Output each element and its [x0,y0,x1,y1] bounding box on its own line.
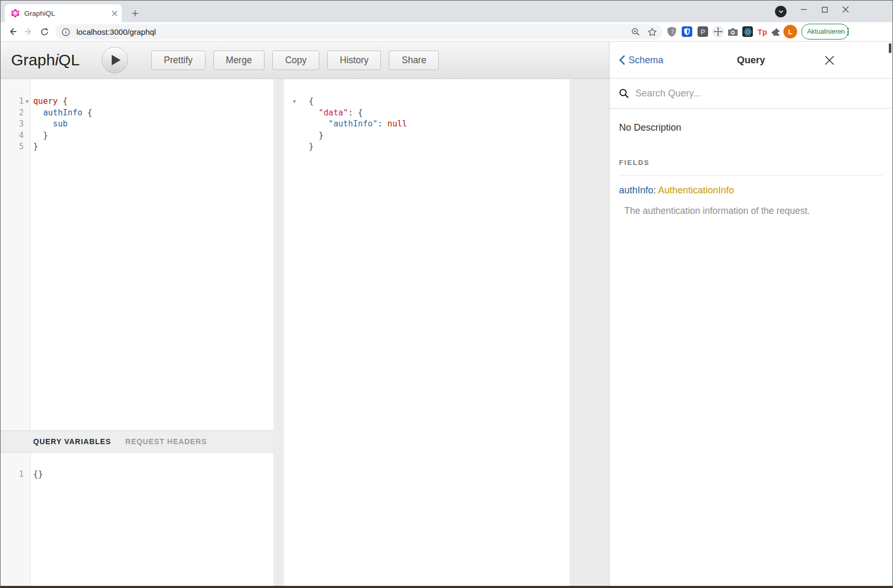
docs-body: No Description FIELDS authInfo: Authenti… [610,122,892,217]
tab-search-button[interactable] [775,6,787,17]
extension-p-icon[interactable]: P [695,24,710,39]
tab-close-icon[interactable] [112,11,117,16]
window-minimize-button[interactable] [792,1,815,18]
code-line: } [284,141,570,153]
docs-no-description: No Description [619,122,883,133]
tab-title: GraphiQL [24,9,112,17]
back-icon[interactable] [5,24,21,40]
line-number: 3 [1,119,24,130]
chrome-update-label: Aktualisieren [807,28,845,35]
new-tab-button[interactable] [129,7,141,19]
tab-query-variables[interactable]: QUERY VARIABLES [33,437,111,446]
code-line: } [284,130,570,142]
docs-resize-gap [570,79,609,586]
extension-camera-icon[interactable] [725,24,740,39]
docs-close-icon[interactable] [823,54,836,66]
code-line: ▾{ [284,96,570,107]
window-close-button[interactable] [835,1,857,18]
field-separator: : [653,185,658,195]
browser-toolbar: localhost:3000/graphql P [1,22,892,42]
graphiql-toolbar-buttons: PrettifyMergeCopyHistoryShare [151,51,439,70]
variables-editor-code: 1{} [1,469,273,481]
field-name-link[interactable]: authInfo [619,185,653,195]
browser-tab[interactable]: GraphiQL [5,4,122,22]
avatar-letter: L [788,28,792,36]
variables-editor[interactable]: 1{} [1,453,273,586]
fold-arrow-icon[interactable]: ▾ [24,96,31,107]
graphiql-topbar: GraphiQL PrettifyMergeCopyHistoryShare [1,42,609,79]
url-text: localhost:3000/graphql [76,27,631,36]
reload-icon[interactable] [36,24,52,40]
extension-shield-icon[interactable] [664,24,679,39]
extension-p-label: P [698,26,708,37]
chrome-update-button[interactable]: Aktualisieren [801,24,849,40]
code-line: 4 } [1,130,273,142]
extension-move-icon[interactable] [711,24,725,39]
code-line: "authInfo": null [284,119,570,130]
merge-button[interactable]: Merge [213,51,265,70]
tab-request-headers[interactable]: REQUEST HEADERS [125,437,207,446]
doc-explorer-header: Schema Query [610,42,892,79]
line-number: 1 [1,96,24,107]
extension-react-devtools-icon[interactable] [740,24,755,39]
page-info-icon[interactable] [62,28,70,36]
editor-resize-divider[interactable] [273,79,284,586]
browser-titlebar: GraphiQL [1,1,892,22]
graphql-favicon [11,9,19,17]
address-bar[interactable]: localhost:3000/graphql [55,24,662,40]
extension-tp-icon[interactable]: Tp [755,24,770,39]
search-icon [619,89,629,99]
field-description: The authentication information of the re… [619,205,883,217]
extension-bitwarden-icon[interactable] [680,24,694,39]
copy-button[interactable]: Copy [272,51,319,70]
line-number: 2 [1,107,24,119]
zoom-page-icon[interactable] [631,27,640,36]
code-line: 5} [1,141,273,153]
code-line: 3 sub [1,119,273,130]
doc-explorer-panel: Schema Query No Description FIELDS authI… [609,42,892,586]
code-line: 1▾query { [1,96,273,107]
line-number: 4 [1,130,24,142]
forward-icon[interactable] [21,24,36,40]
prettify-button[interactable]: Prettify [151,51,205,70]
line-number: 1 [1,469,24,481]
play-icon [112,55,121,65]
extensions-puzzle-icon[interactable] [769,24,784,39]
docs-field-row: authInfo: AuthenticationInfo [619,185,883,196]
chrome-menu-icon[interactable] [847,28,849,35]
bookmark-star-icon[interactable] [647,27,657,37]
response-viewer-code: ▾{ "data": { "authInfo": null }} [284,96,570,153]
line-number: 5 [1,141,24,153]
query-editor-code: 1▾query {2 authInfo {3 sub4 }5} [1,96,273,153]
history-button[interactable]: History [327,51,381,70]
variables-title-bar: QUERY VARIABLESREQUEST HEADERS [1,430,273,453]
code-line: 2 authInfo { [1,107,273,119]
fold-arrow-icon[interactable]: ▾ [284,96,309,107]
code-line: 1{} [1,469,273,481]
graphiql-logo: GraphiQL [11,51,80,69]
share-button[interactable]: Share [389,51,439,70]
window-maximize-button[interactable] [813,1,836,18]
field-type-link[interactable]: AuthenticationInfo [658,185,734,195]
docs-fields-header: FIELDS [619,159,883,166]
browser-window: GraphiQL [0,0,893,588]
extension-tp-label: Tp [758,27,767,36]
docs-fields-divider [619,175,883,176]
docs-title: Query [610,42,892,79]
response-viewer[interactable]: ▾{ "data": { "authInfo": null }} [284,79,570,586]
docs-search-input[interactable] [634,87,835,100]
docs-search-row [610,79,892,109]
code-line: "data": { [284,107,570,119]
execute-query-button[interactable] [102,47,128,73]
profile-avatar[interactable]: L [783,25,797,38]
